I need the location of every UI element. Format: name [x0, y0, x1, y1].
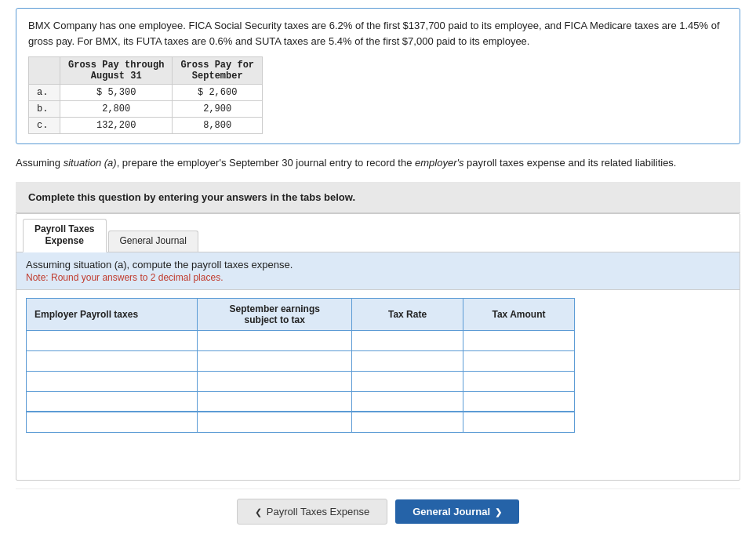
- row-col1: 132,200: [60, 118, 173, 134]
- col2-header: Gross Pay for September: [173, 57, 263, 85]
- payroll-col3-0[interactable]: [352, 330, 463, 350]
- prev-button[interactable]: Payroll Taxes Expense: [237, 499, 387, 525]
- payroll-col1-input-0[interactable]: [27, 331, 197, 350]
- col1-header: Employer Payroll taxes: [27, 298, 198, 330]
- payroll-table-row: [27, 391, 575, 412]
- payroll-col4-0[interactable]: [463, 330, 575, 350]
- next-button-label: General Journal: [413, 506, 490, 517]
- payroll-col2-1[interactable]: [198, 350, 352, 371]
- payroll-col1-2[interactable]: [27, 371, 198, 391]
- payroll-col4-2[interactable]: [463, 371, 575, 391]
- col3-header: Tax Rate: [352, 298, 463, 330]
- payroll-col2-2[interactable]: [198, 371, 352, 391]
- payroll-table: Employer Payroll taxes September earning…: [26, 298, 575, 433]
- payroll-table-wrapper: Employer Payroll taxes September earning…: [16, 290, 740, 480]
- payroll-col2-3[interactable]: [198, 391, 352, 412]
- total-col2[interactable]: [198, 412, 352, 432]
- payroll-col4-input-2[interactable]: [463, 372, 574, 391]
- payroll-col1-1[interactable]: [27, 350, 198, 371]
- payroll-col4-3[interactable]: [463, 391, 575, 412]
- table-row: b. 2,800 2,900: [29, 101, 263, 118]
- payroll-col3-input-0[interactable]: [352, 331, 463, 350]
- payroll-col1-input-1[interactable]: [27, 351, 197, 371]
- payroll-col3-input-3[interactable]: [352, 392, 463, 412]
- payroll-col2-input-3[interactable]: [198, 392, 351, 412]
- row-label: c.: [29, 118, 60, 134]
- complete-instruction: Complete this question by entering your …: [16, 182, 740, 213]
- info-box: BMX Company has one employee. FICA Socia…: [16, 8, 740, 144]
- row-col1: 2,800: [60, 101, 173, 118]
- row-label: b.: [29, 101, 60, 118]
- tab-payroll-taxes-expense[interactable]: Payroll Taxes Expense: [23, 219, 107, 252]
- payroll-col3-1[interactable]: [352, 350, 463, 371]
- row-col2: $ 2,600: [173, 85, 263, 101]
- total-col4[interactable]: [463, 412, 575, 432]
- outer-container: BMX Company has one employee. FICA Socia…: [0, 0, 756, 541]
- next-button[interactable]: General Journal: [395, 499, 519, 524]
- payroll-col1-3[interactable]: [27, 391, 198, 412]
- col1-header: Gross Pay through August 31: [60, 57, 173, 85]
- payroll-col3-2[interactable]: [352, 371, 463, 391]
- tab-instruction: Assuming situation (a), compute the payr…: [16, 252, 740, 290]
- row-col2: 8,800: [173, 118, 263, 134]
- total-col3[interactable]: [352, 412, 463, 432]
- bottom-nav: Payroll Taxes Expense General Journal: [16, 488, 740, 529]
- tab-general-journal[interactable]: General Journal: [108, 231, 198, 252]
- payroll-table-row: [27, 371, 575, 391]
- question-instruction: Assuming situation (a), prepare the empl…: [16, 155, 740, 171]
- payroll-col3-3[interactable]: [352, 391, 463, 412]
- row-col1: $ 5,300: [60, 85, 173, 101]
- payroll-col4-input-1[interactable]: [463, 351, 574, 371]
- payroll-col4-input-0[interactable]: [463, 331, 574, 350]
- payroll-col4-input-3[interactable]: [463, 392, 574, 412]
- prev-chevron-icon: [255, 506, 262, 517]
- prev-button-label: Payroll Taxes Expense: [267, 506, 369, 517]
- total-col1[interactable]: [27, 412, 198, 432]
- total-row: [27, 412, 575, 432]
- payroll-col2-0[interactable]: [198, 330, 352, 350]
- row-col2: 2,900: [173, 101, 263, 118]
- tab-content: Assuming situation (a), compute the payr…: [16, 252, 740, 480]
- tabs-header: Payroll Taxes Expense General Journal: [16, 214, 740, 252]
- payroll-col1-0[interactable]: [27, 330, 198, 350]
- table-row: a. $ 5,300 $ 2,600: [29, 85, 263, 101]
- row-label: a.: [29, 85, 60, 101]
- next-chevron-icon: [495, 506, 502, 517]
- total-col1-input[interactable]: [27, 412, 197, 432]
- total-col3-input[interactable]: [352, 412, 463, 432]
- table-row: c. 132,200 8,800: [29, 118, 263, 134]
- tabs-section: Payroll Taxes Expense General Journal As…: [16, 213, 740, 481]
- payroll-col2-input-1[interactable]: [198, 351, 351, 371]
- col4-header: Tax Amount: [463, 298, 575, 330]
- total-col4-input[interactable]: [463, 412, 574, 432]
- payroll-table-row: [27, 330, 575, 350]
- col2-header: September earnings subject to tax: [198, 298, 352, 330]
- payroll-col1-input-2[interactable]: [27, 372, 197, 391]
- payroll-col2-input-2[interactable]: [198, 372, 351, 391]
- payroll-col3-input-1[interactable]: [352, 351, 463, 371]
- payroll-col4-1[interactable]: [463, 350, 575, 371]
- info-paragraph: BMX Company has one employee. FICA Socia…: [28, 18, 728, 49]
- payroll-col1-input-3[interactable]: [27, 392, 197, 412]
- payroll-col2-input-0[interactable]: [198, 331, 351, 350]
- total-col2-input[interactable]: [198, 412, 351, 432]
- gross-pay-table: Gross Pay through August 31 Gross Pay fo…: [28, 56, 263, 134]
- payroll-col3-input-2[interactable]: [352, 372, 463, 391]
- payroll-table-row: [27, 350, 575, 371]
